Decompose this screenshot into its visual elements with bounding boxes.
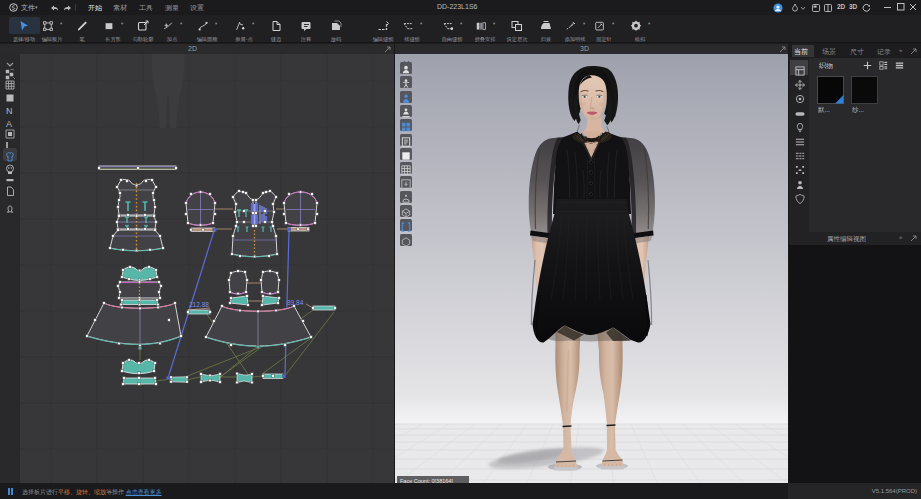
- svg-text:212.88: 212.88: [189, 301, 209, 308]
- svg-text:89.84: 89.84: [287, 299, 304, 306]
